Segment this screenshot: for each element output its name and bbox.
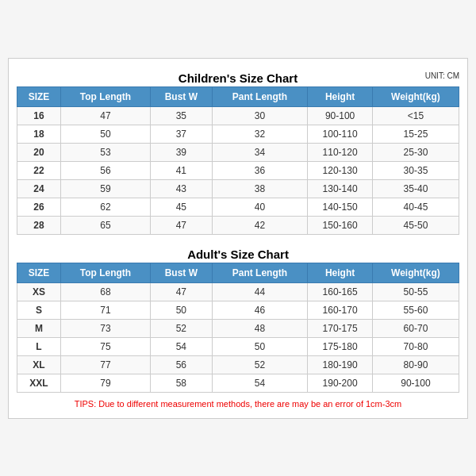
table-cell: 190-200 <box>308 374 373 392</box>
table-cell: 47 <box>151 282 213 301</box>
table-cell: S <box>17 301 61 319</box>
children-header-row: SIZE Top Length Bust W Pant Length Heigh… <box>17 86 459 106</box>
table-cell: 20 <box>17 143 61 161</box>
table-cell: <15 <box>372 106 459 125</box>
table-row: M735248170-17560-70 <box>17 319 459 337</box>
table-row: 1647353090-100<15 <box>17 106 459 125</box>
table-cell: 35-40 <box>372 179 459 198</box>
children-title-text: Children's Size Chart <box>178 71 298 85</box>
table-cell: 50 <box>60 125 150 143</box>
table-row: 24594338130-14035-40 <box>17 179 459 198</box>
table-row: 20533934110-12025-30 <box>17 143 459 161</box>
table-cell: 39 <box>151 143 213 161</box>
table-cell: 52 <box>212 355 308 374</box>
table-cell: 56 <box>151 355 213 374</box>
table-row: 26624540140-15040-45 <box>17 198 459 216</box>
table-cell: XS <box>17 282 61 301</box>
adult-section-title: Adult's Size Chart <box>17 243 459 263</box>
table-cell: 73 <box>60 319 150 337</box>
table-cell: 80-90 <box>372 355 459 374</box>
table-cell: 55-60 <box>372 301 459 319</box>
table-cell: 150-160 <box>308 216 373 234</box>
adult-col-weight-header: Weight(kg) <box>372 263 459 282</box>
table-cell: 60-70 <box>372 319 459 337</box>
table-row: L755450175-18070-80 <box>17 337 459 355</box>
table-cell: 42 <box>212 216 308 234</box>
size-chart-container: Children's Size Chart UNIT: CM SIZE Top … <box>8 58 468 419</box>
col-weight-header: Weight(kg) <box>372 86 459 106</box>
table-cell: 160-165 <box>308 282 373 301</box>
table-cell: 24 <box>17 179 61 198</box>
table-cell: 15-25 <box>372 125 459 143</box>
table-row: 22564136120-13030-35 <box>17 161 459 179</box>
table-cell: 50 <box>151 301 213 319</box>
table-cell: 120-130 <box>308 161 373 179</box>
table-cell: 53 <box>60 143 150 161</box>
table-cell: 32 <box>212 125 308 143</box>
table-cell: 58 <box>151 374 213 392</box>
table-cell: 50 <box>212 337 308 355</box>
table-cell: 50-55 <box>372 282 459 301</box>
col-height-header: Height <box>308 86 373 106</box>
children-section-title: Children's Size Chart UNIT: CM <box>17 67 459 86</box>
table-cell: 38 <box>212 179 308 198</box>
tips-text: TIPS: Due to different measurement metho… <box>17 396 459 410</box>
table-cell: 180-190 <box>308 355 373 374</box>
table-cell: 36 <box>212 161 308 179</box>
table-cell: 28 <box>17 216 61 234</box>
table-row: XL775652180-19080-90 <box>17 355 459 374</box>
table-cell: XL <box>17 355 61 374</box>
table-cell: 160-170 <box>308 301 373 319</box>
table-row: XXL795854190-20090-100 <box>17 374 459 392</box>
table-cell: 44 <box>212 282 308 301</box>
table-cell: 54 <box>151 337 213 355</box>
table-cell: 71 <box>60 301 150 319</box>
table-cell: 75 <box>60 337 150 355</box>
table-cell: 59 <box>60 179 150 198</box>
children-size-table: SIZE Top Length Bust W Pant Length Heigh… <box>17 86 459 235</box>
col-size-header: SIZE <box>17 86 61 106</box>
table-cell: 40 <box>212 198 308 216</box>
adult-col-top-length-header: Top Length <box>60 263 150 282</box>
table-cell: 41 <box>151 161 213 179</box>
table-cell: 30 <box>212 106 308 125</box>
table-cell: 110-120 <box>308 143 373 161</box>
unit-label: UNIT: CM <box>425 71 459 80</box>
table-cell: 70-80 <box>372 337 459 355</box>
table-cell: 90-100 <box>372 374 459 392</box>
table-cell: 130-140 <box>308 179 373 198</box>
table-cell: 175-180 <box>308 337 373 355</box>
table-cell: 35 <box>151 106 213 125</box>
table-cell: 62 <box>60 198 150 216</box>
table-cell: 68 <box>60 282 150 301</box>
table-row: 18503732100-11015-25 <box>17 125 459 143</box>
adult-col-size-header: SIZE <box>17 263 61 282</box>
col-pant-length-header: Pant Length <box>212 86 308 106</box>
table-cell: 48 <box>212 319 308 337</box>
table-cell: 22 <box>17 161 61 179</box>
table-cell: 18 <box>17 125 61 143</box>
table-row: S715046160-17055-60 <box>17 301 459 319</box>
table-cell: 34 <box>212 143 308 161</box>
col-bust-w-header: Bust W <box>151 86 213 106</box>
adult-size-table: SIZE Top Length Bust W Pant Length Heigh… <box>17 263 459 393</box>
table-cell: 77 <box>60 355 150 374</box>
table-cell: XXL <box>17 374 61 392</box>
table-cell: M <box>17 319 61 337</box>
table-cell: 47 <box>151 216 213 234</box>
table-cell: 25-30 <box>372 143 459 161</box>
table-cell: 47 <box>60 106 150 125</box>
table-cell: 65 <box>60 216 150 234</box>
table-cell: 30-35 <box>372 161 459 179</box>
adult-col-height-header: Height <box>308 263 373 282</box>
table-cell: 54 <box>212 374 308 392</box>
table-cell: 40-45 <box>372 198 459 216</box>
table-cell: 43 <box>151 179 213 198</box>
adult-header-row: SIZE Top Length Bust W Pant Length Heigh… <box>17 263 459 282</box>
table-cell: 37 <box>151 125 213 143</box>
adult-col-pant-length-header: Pant Length <box>212 263 308 282</box>
table-cell: 45-50 <box>372 216 459 234</box>
table-cell: 45 <box>151 198 213 216</box>
table-cell: 90-100 <box>308 106 373 125</box>
table-cell: 100-110 <box>308 125 373 143</box>
